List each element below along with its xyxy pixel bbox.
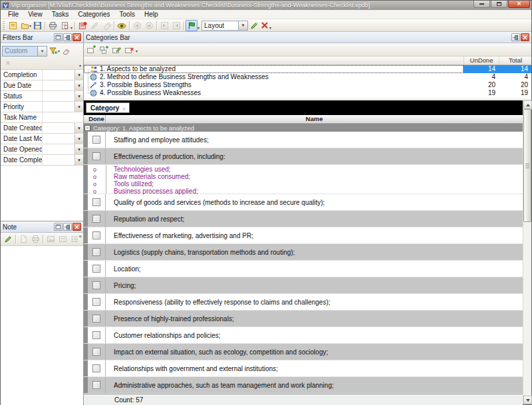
filters-overflow-icon[interactable]: ▾ bbox=[79, 64, 81, 68]
filter-dropdown-button[interactable]: ▾ bbox=[74, 91, 83, 101]
filter-value[interactable] bbox=[43, 134, 74, 144]
filter-value[interactable] bbox=[43, 80, 74, 90]
note-pin-button[interactable] bbox=[63, 223, 72, 231]
add-subcategory-button[interactable] bbox=[98, 45, 110, 55]
task-row[interactable]: Effectiveness of production, including: bbox=[84, 148, 523, 165]
toolbar-overflow-icon[interactable]: ▾ bbox=[269, 26, 271, 30]
task-row[interactable]: Impact on external situation, such as ec… bbox=[84, 344, 523, 360]
task-row[interactable]: Relationships with government and extern… bbox=[84, 360, 523, 377]
minimize-button[interactable] bbox=[473, 1, 490, 8]
menu-tools[interactable]: Tools bbox=[115, 10, 140, 19]
menu-file[interactable]: File bbox=[3, 10, 23, 19]
layout-combobox-arrow-icon[interactable]: ▾ bbox=[239, 21, 248, 31]
undone-column-header[interactable]: UnDone bbox=[464, 57, 499, 65]
filter-value[interactable] bbox=[43, 123, 74, 133]
scroll-up-button[interactable] bbox=[523, 100, 532, 109]
task-name[interactable]: Effectiveness of production, including: bbox=[106, 148, 523, 164]
task-row[interactable]: Staffing and employee attitudes; bbox=[84, 132, 523, 148]
task-checkbox[interactable] bbox=[92, 215, 100, 223]
name-column-header[interactable]: Name bbox=[106, 115, 523, 123]
filter-value[interactable] bbox=[43, 112, 83, 122]
vertical-scrollbar[interactable] bbox=[523, 100, 531, 404]
menu-help[interactable]: Help bbox=[140, 10, 163, 19]
scroll-down-button[interactable] bbox=[523, 396, 532, 404]
task-row[interactable]: Reputation and respect; bbox=[84, 211, 523, 227]
task-name[interactable]: Location; bbox=[106, 261, 523, 277]
filter-value[interactable] bbox=[43, 102, 74, 112]
filter-dropdown-button[interactable]: ▾ bbox=[74, 70, 83, 80]
task-checkbox[interactable] bbox=[92, 298, 100, 306]
filter-preset-combobox[interactable]: Custom bbox=[2, 46, 38, 57]
category-name-column[interactable] bbox=[84, 57, 464, 65]
toolbar-grip[interactable] bbox=[3, 21, 5, 30]
task-row[interactable]: Quality of goods and services (methods t… bbox=[84, 194, 523, 211]
task-checkbox[interactable] bbox=[92, 265, 100, 273]
print-button[interactable] bbox=[47, 20, 59, 31]
filter-dropdown-button[interactable]: ▾ bbox=[74, 134, 83, 144]
toolbar-overflow-icon[interactable]: ▾ bbox=[198, 26, 200, 30]
scrollbar-thumb[interactable] bbox=[523, 109, 531, 222]
toolbar-overflow-icon[interactable]: ▾ bbox=[70, 26, 72, 30]
task-checkbox[interactable] bbox=[92, 381, 100, 389]
save-layout-button[interactable] bbox=[249, 20, 259, 31]
close-button[interactable]: ✕ bbox=[508, 1, 530, 8]
task-row[interactable]: Logistics (supply chains, transportation… bbox=[84, 244, 523, 261]
task-name[interactable]: Reputation and respect; bbox=[106, 211, 523, 227]
category-name[interactable]: 3. Possible Business Strengths bbox=[100, 81, 464, 89]
note-content[interactable] bbox=[1, 246, 83, 405]
save-checklist-button[interactable] bbox=[31, 20, 43, 31]
note-overflow-icon[interactable]: » bbox=[79, 234, 82, 239]
task-checkbox[interactable] bbox=[92, 231, 100, 239]
categories-overflow-icon[interactable]: ▾ bbox=[136, 49, 138, 53]
print-preview-button[interactable] bbox=[59, 20, 70, 31]
layout-combobox[interactable]: Layout ▾ bbox=[201, 21, 248, 31]
layout-combobox-value[interactable]: Layout bbox=[201, 21, 239, 31]
task-row[interactable]: Responsiveness (ability to effectively r… bbox=[84, 294, 523, 311]
category-row[interactable]: 4. Possible Business Weaknesses 19 19 bbox=[84, 89, 531, 97]
task-name[interactable]: Relationships with government and extern… bbox=[106, 360, 523, 376]
task-checkbox[interactable] bbox=[92, 198, 100, 206]
task-row[interactable]: Administrative approaches, such as team … bbox=[84, 377, 523, 394]
task-checkbox[interactable] bbox=[92, 331, 100, 339]
task-checkbox[interactable] bbox=[92, 364, 100, 372]
group-row[interactable]: − Category: 1. Aspects to be analyzed bbox=[84, 124, 523, 132]
task-name[interactable]: Staffing and employee attitudes; bbox=[106, 132, 523, 148]
task-row[interactable]: Pricing; bbox=[84, 277, 523, 294]
task-checkbox[interactable] bbox=[92, 348, 100, 356]
category-name[interactable]: 1. Aspects to be analyzed bbox=[100, 65, 464, 73]
filter-value[interactable] bbox=[43, 155, 74, 165]
task-checkbox[interactable] bbox=[92, 281, 100, 289]
task-row[interactable]: Presence of highly-trained professionals… bbox=[84, 311, 523, 327]
filter-value[interactable] bbox=[43, 144, 74, 154]
task-row[interactable]: Effectiveness of marketing, advertising … bbox=[84, 227, 523, 244]
edit-note-button[interactable] bbox=[2, 233, 14, 245]
task-checkbox[interactable] bbox=[92, 315, 100, 323]
new-checklist-button[interactable] bbox=[7, 20, 19, 31]
layout-mode-button[interactable] bbox=[186, 20, 198, 31]
task-name[interactable]: Customer relationships and policies; bbox=[106, 327, 523, 343]
filter-dropdown-button[interactable]: ▾ bbox=[74, 155, 83, 165]
done-column-header[interactable]: Done bbox=[88, 115, 106, 123]
clear-filter-button[interactable] bbox=[60, 45, 72, 57]
task-name[interactable]: Effectiveness of marketing, advertising … bbox=[106, 227, 523, 243]
filter-dropdown-button[interactable]: ▾ bbox=[74, 102, 83, 112]
category-name[interactable]: 4. Possible Business Weaknesses bbox=[100, 89, 464, 97]
collapse-group-icon[interactable]: − bbox=[84, 125, 90, 131]
delete-layout-button[interactable] bbox=[259, 20, 269, 31]
task-name[interactable]: Administrative approaches, such as team … bbox=[106, 377, 523, 393]
filters-pin-button[interactable] bbox=[63, 33, 72, 41]
category-row[interactable]: 3. Possible Business Strengths 20 20 bbox=[84, 81, 531, 89]
task-row[interactable]: Customer relationships and policies; bbox=[84, 327, 523, 344]
task-name[interactable]: Responsiveness (ability to effectively r… bbox=[106, 294, 523, 310]
view-task-button[interactable] bbox=[116, 20, 128, 31]
note-close-button[interactable] bbox=[72, 223, 81, 231]
filter-dropdown-button[interactable]: ▾ bbox=[74, 123, 83, 133]
filter-value[interactable] bbox=[43, 91, 74, 101]
filter-dropdown-button[interactable]: ▾ bbox=[74, 80, 83, 90]
menu-categories[interactable]: Categories bbox=[73, 10, 114, 19]
add-category-button[interactable] bbox=[85, 45, 98, 55]
group-by-category-button[interactable]: Category ▵ bbox=[86, 102, 130, 113]
filters-float-button[interactable] bbox=[54, 33, 63, 41]
task-row[interactable]: Location; bbox=[84, 261, 523, 277]
task-checkbox[interactable] bbox=[92, 136, 100, 144]
